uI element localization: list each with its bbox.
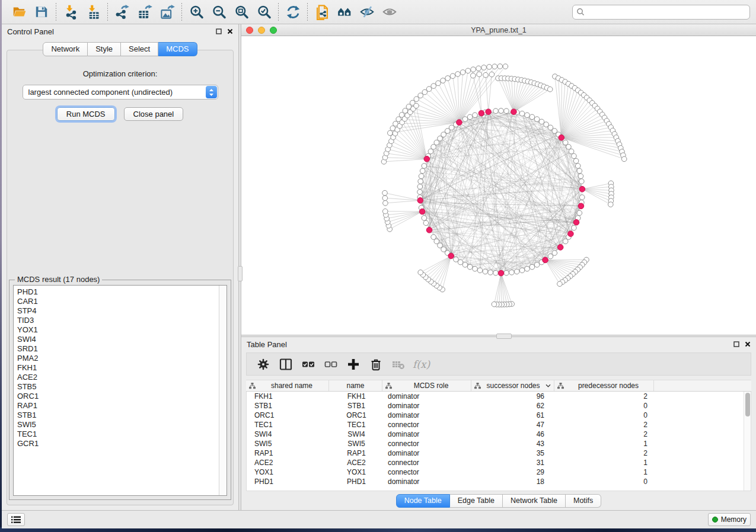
mcds-node[interactable] [479, 110, 484, 116]
table-row[interactable]: ACE2ACE2connector311 [247, 458, 751, 467]
network-node[interactable] [422, 89, 428, 95]
task-history-button[interactable] [7, 513, 25, 526]
network-node[interactable] [431, 235, 436, 240]
network-node[interactable] [382, 196, 388, 201]
node-table[interactable]: FKH1FKH1dominator962STB1STB1dominator620… [246, 392, 751, 491]
network-node[interactable] [441, 78, 446, 84]
network-node[interactable] [431, 84, 436, 89]
close-panel-button[interactable]: Close panel [124, 107, 184, 121]
network-node[interactable] [492, 302, 497, 307]
horizontal-splitter[interactable] [241, 335, 756, 337]
result-item[interactable]: TID3 [14, 316, 219, 325]
network-node[interactable] [434, 239, 439, 244]
search-box[interactable] [572, 5, 750, 20]
tab-edge-table[interactable]: Edge Table [450, 494, 503, 508]
mcds-node[interactable] [426, 227, 432, 233]
network-node[interactable] [454, 257, 459, 262]
export-document-button[interactable] [311, 2, 333, 21]
tab-select[interactable]: Select [121, 42, 158, 56]
network-node[interactable] [569, 149, 574, 154]
network-node[interactable] [497, 64, 503, 69]
zoom-selected-button[interactable] [253, 2, 275, 21]
network-node[interactable] [403, 108, 408, 114]
splitter-grip[interactable] [496, 334, 512, 339]
network-node[interactable] [455, 72, 461, 77]
delete-column-button[interactable] [365, 354, 387, 374]
network-node[interactable] [390, 126, 395, 131]
table-scrollbar[interactable] [744, 392, 751, 491]
network-node[interactable] [563, 140, 568, 145]
mcds-node[interactable] [498, 270, 504, 276]
column-header-predecessor-nodes[interactable]: predecessor nodes [554, 380, 654, 391]
network-node[interactable] [529, 114, 535, 120]
network-node[interactable] [509, 270, 515, 275]
mcds-node[interactable] [448, 253, 454, 259]
network-node[interactable] [572, 153, 577, 159]
mcds-node[interactable] [424, 156, 430, 162]
network-node[interactable] [503, 64, 508, 69]
float-panel-icon[interactable] [216, 28, 222, 34]
network-node[interactable] [414, 97, 419, 102]
network-node[interactable] [431, 145, 436, 150]
network-node[interactable] [577, 168, 582, 174]
network-node[interactable] [487, 65, 492, 70]
close-panel-icon[interactable] [745, 341, 751, 347]
refresh-button[interactable] [282, 2, 304, 21]
network-node[interactable] [621, 156, 627, 162]
network-node[interactable] [481, 65, 487, 70]
network-node[interactable] [557, 281, 563, 287]
network-node[interactable] [608, 202, 614, 207]
mcds-node[interactable] [511, 109, 517, 115]
mcds-node[interactable] [543, 257, 548, 263]
network-node[interactable] [418, 270, 423, 275]
mcds-node[interactable] [559, 135, 564, 141]
table-row[interactable]: STB1STB1dominator620 [247, 401, 751, 411]
network-node[interactable] [417, 190, 423, 195]
network-node[interactable] [577, 210, 582, 216]
network-node[interactable] [473, 266, 478, 271]
result-item[interactable]: GCR1 [14, 439, 219, 448]
mcds-node[interactable] [557, 245, 563, 251]
export-network-button[interactable] [111, 2, 133, 21]
result-item[interactable]: SWI5 [14, 420, 219, 430]
search-input[interactable] [587, 8, 746, 16]
network-node[interactable] [488, 270, 493, 275]
table-row[interactable]: SWI4SWI4dominator462 [247, 430, 751, 439]
open-file-button[interactable] [8, 2, 30, 21]
network-node[interactable] [525, 113, 530, 118]
tab-mcds[interactable]: MCDS [158, 42, 197, 56]
network-node[interactable] [445, 76, 451, 81]
network-node[interactable] [579, 179, 585, 184]
network-node[interactable] [420, 168, 425, 174]
splitter-grip[interactable] [238, 266, 243, 281]
close-panel-icon[interactable] [227, 28, 233, 34]
network-node[interactable] [572, 225, 577, 230]
vertical-splitter[interactable] [238, 24, 241, 510]
tab-network-table[interactable]: Network Table [503, 494, 566, 508]
network-node[interactable] [414, 103, 419, 108]
mcds-node[interactable] [568, 231, 574, 237]
zoom-out-button[interactable] [208, 2, 230, 21]
network-node[interactable] [534, 262, 540, 268]
network-node[interactable] [563, 239, 568, 244]
network-node[interactable] [383, 201, 388, 206]
result-item[interactable]: STB5 [14, 382, 219, 392]
table-row[interactable]: PHD1PHD1dominator180 [247, 477, 751, 486]
network-node[interactable] [382, 190, 388, 196]
hide-graphics-details-button[interactable] [356, 2, 378, 21]
network-node[interactable] [426, 86, 432, 92]
table-row[interactable]: ORC1ORC1dominator610 [247, 411, 751, 420]
table-settings-button[interactable] [253, 354, 274, 374]
memory-button[interactable]: Memory [708, 513, 751, 526]
network-node[interactable] [382, 209, 388, 214]
network-node[interactable] [460, 70, 465, 75]
mcds-node[interactable] [578, 203, 584, 209]
import-network-button[interactable] [59, 2, 82, 21]
network-node[interactable] [492, 64, 497, 69]
column-header-successor-nodes[interactable]: successor nodes [471, 380, 554, 391]
network-node[interactable] [422, 216, 427, 221]
scrollbar-thumb[interactable] [745, 393, 750, 416]
network-node[interactable] [529, 264, 535, 270]
network-node[interactable] [514, 269, 519, 274]
mcds-node[interactable] [573, 220, 579, 226]
